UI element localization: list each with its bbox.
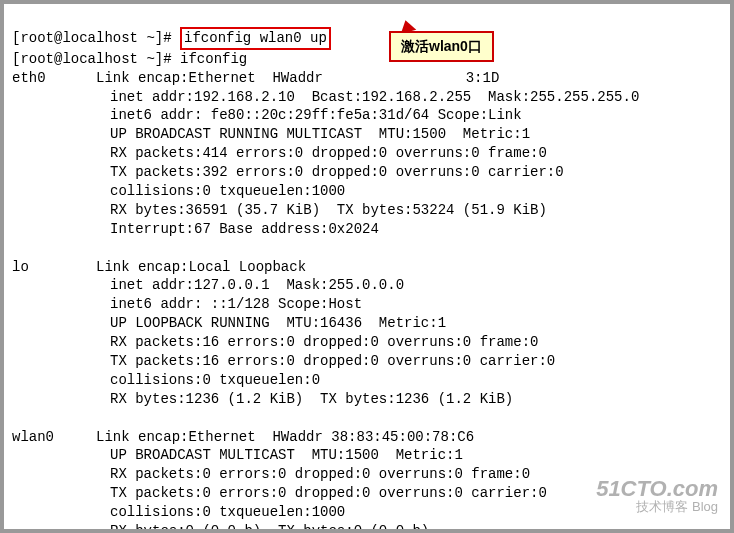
iface-line: RX bytes:1236 (1.2 KiB) TX bytes:1236 (1… [12,391,513,407]
iface-line: RX packets:0 errors:0 dropped:0 overruns… [12,466,530,482]
iface-line: Link encap:Local Loopback [96,259,306,275]
iface-block-eth0: eth0 Link encap:Ethernet HWaddr 3:1D ine… [12,69,722,239]
iface-line: RX packets:16 errors:0 dropped:0 overrun… [12,334,538,350]
iface-line: UP LOOPBACK RUNNING MTU:16436 Metric:1 [12,315,446,331]
iface-line: TX packets:0 errors:0 dropped:0 overruns… [12,485,547,501]
iface-line: RX bytes:0 (0.0 b) TX bytes:0 (0.0 b) [12,523,429,533]
iface-line: inet addr:127.0.0.1 Mask:255.0.0.0 [12,277,404,293]
iface-line: inet addr:192.168.2.10 Bcast:192.168.2.2… [12,89,639,105]
iface-line: UP BROADCAST MULTICAST MTU:1500 Metric:1 [12,447,463,463]
iface-line: TX packets:16 errors:0 dropped:0 overrun… [12,353,555,369]
iface-line: TX packets:392 errors:0 dropped:0 overru… [12,164,564,180]
callout-text: 激活wlan0口 [401,38,482,54]
iface-line: collisions:0 txqueuelen:1000 [12,504,345,520]
iface-line: collisions:0 txqueuelen:1000 [12,183,345,199]
iface-block-lo: lo Link encap:Local Loopback inet addr:1… [12,258,722,409]
iface-line: UP BROADCAST RUNNING MULTICAST MTU:1500 … [12,126,530,142]
iface-line: inet6 addr: fe80::20c:29ff:fe5a:31d/64 S… [12,107,522,123]
watermark-sub: 技术博客 Blog [596,500,718,513]
iface-line: inet6 addr: ::1/128 Scope:Host [12,296,362,312]
iface-line: RX bytes:36591 (35.7 KiB) TX bytes:53224… [12,202,547,218]
prompt-prefix: [root@localhost ~]# [12,30,180,46]
command-text: ifconfig [180,51,247,67]
prompt-line-1: [root@localhost ~]# ifconfig wlan0 up [12,30,331,46]
iface-line: Interrupt:67 Base address:0x2024 [12,221,379,237]
iface-name: wlan0 [12,429,54,445]
iface-name: lo [12,259,29,275]
iface-line: Link encap:Ethernet HWaddr 3:1D [96,70,499,86]
callout-box: 激活wlan0口 [389,31,494,62]
iface-line: Link encap:Ethernet HWaddr 38:83:45:00:7… [96,429,474,445]
iface-line: RX packets:414 errors:0 dropped:0 overru… [12,145,547,161]
iface-line: collisions:0 txqueuelen:0 [12,372,320,388]
watermark: 51CTO.com 技术博客 Blog [596,478,718,513]
terminal-output: [root@localhost ~]# ifconfig wlan0 up [r… [12,8,722,533]
prompt-prefix: [root@localhost ~]# [12,51,180,67]
highlighted-command: ifconfig wlan0 up [180,27,331,50]
iface-name: eth0 [12,70,46,86]
watermark-main: 51CTO.com [596,478,718,500]
prompt-line-2: [root@localhost ~]# ifconfig [12,51,247,67]
